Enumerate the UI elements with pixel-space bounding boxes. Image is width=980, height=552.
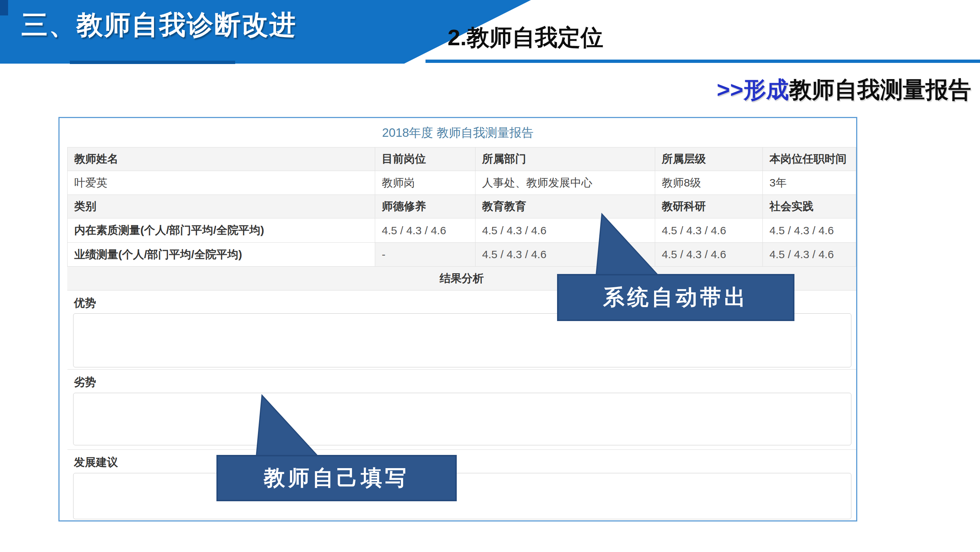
callout-teacher-fill-text: 教师自己填写: [264, 464, 409, 493]
report-title: 2018年度 教师自我测量报告: [59, 124, 856, 141]
table-row-profile: 叶爱英 教师岗 人事处、教师发展中心 教师8级 3年: [67, 171, 856, 195]
header-cell-level: 所属层级: [655, 147, 763, 171]
cell-level: 教师8级: [655, 171, 763, 195]
banner-bottom-accent: [70, 61, 235, 64]
cell-teacher-name: 叶爱英: [67, 171, 375, 195]
measure-value: 4.5 / 4.3 / 4.6: [655, 219, 763, 242]
table-row-internal-quality: 内在素质测量(个人/部门平均/全院平均) 4.5 / 4.3 / 4.6 4.5…: [67, 219, 856, 243]
measure-label: 内在素质测量(个人/部门平均/全院平均): [67, 219, 375, 242]
pointer-line-highlight: >>形成: [717, 77, 789, 102]
table-row-category: 类别 师德修养 教育教育 教研科研 社会实践: [67, 195, 856, 219]
callout-system-auto: 系统自动带出: [557, 274, 794, 321]
callout-arrow-teacher: [249, 392, 328, 459]
strengths-label: 优势: [74, 296, 96, 311]
banner-corner-accent: [0, 0, 8, 16]
slide: 三、教师自我诊断改进 2.教师自我定位 >>形成教师自我测量报告 2018年度 …: [0, 0, 980, 552]
header-cell-current-post: 目前岗位: [375, 147, 476, 171]
header-cell-teacher-name: 教师姓名: [67, 147, 375, 171]
measure-value: 4.5 / 4.3 / 4.6: [763, 219, 856, 242]
table-header-row: 教师姓名 目前岗位 所属部门 所属层级 本岗位任职时间: [67, 147, 856, 171]
measure-label: 业绩测量(个人/部门平均/全院平均): [67, 243, 375, 266]
header-cell-tenure: 本岗位任职时间: [763, 147, 856, 171]
section-title: 2.教师自我定位: [447, 22, 603, 53]
cell-current-post: 教师岗: [375, 171, 476, 195]
measure-value: 4.5 / 4.3 / 4.6: [655, 243, 763, 266]
banner-title: 三、教师自我诊断改进: [21, 7, 297, 43]
measure-value: 4.5 / 4.3 / 4.6: [375, 219, 476, 242]
category-cell-ethics: 师德修养: [375, 195, 476, 218]
weaknesses-label: 劣势: [74, 375, 96, 390]
development-suggestions-label: 发展建议: [74, 455, 118, 470]
category-cell-practice: 社会实践: [763, 195, 856, 218]
measure-value: 4.5 / 4.3 / 4.6: [763, 243, 856, 266]
callout-teacher-fill: 教师自己填写: [216, 455, 457, 501]
measure-value: -: [375, 243, 476, 266]
table-row-performance: 业绩测量(个人/部门平均/全院平均) - 4.5 / 4.3 / 4.6 4.5…: [67, 243, 856, 266]
title-underline: [425, 59, 980, 63]
category-cell-label: 类别: [67, 195, 375, 218]
result-analysis-label: 结果分析: [440, 271, 484, 286]
development-suggestions-textarea[interactable]: [73, 473, 851, 519]
weaknesses-textarea[interactable]: [73, 393, 851, 445]
header-cell-department: 所属部门: [476, 147, 655, 171]
callout-system-auto-text: 系统自动带出: [603, 283, 748, 312]
cell-department: 人事处、教师发展中心: [476, 171, 655, 195]
pointer-line: >>形成教师自我测量报告: [717, 74, 971, 105]
pointer-line-rest: 教师自我测量报告: [789, 77, 971, 102]
field-section-development-suggestions: 发展建议: [67, 450, 856, 520]
field-section-weaknesses: 劣势: [67, 370, 856, 450]
strengths-textarea[interactable]: [73, 313, 851, 367]
category-cell-research: 教研科研: [655, 195, 763, 218]
callout-arrow-system: [586, 211, 665, 277]
cell-tenure: 3年: [763, 171, 856, 195]
